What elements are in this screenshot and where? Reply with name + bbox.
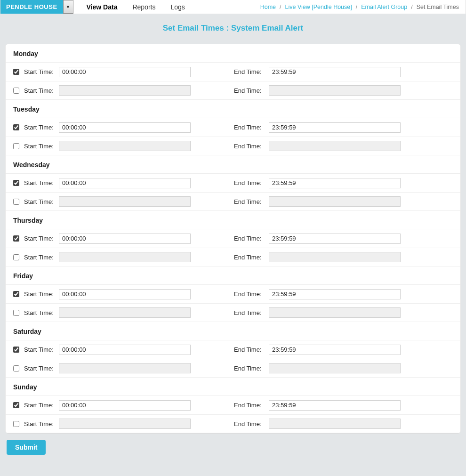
breadcrumb-sep: / — [411, 4, 412, 10]
end-time-input[interactable] — [269, 289, 401, 299]
site-dropdown-button[interactable]: ▼ — [63, 0, 73, 14]
day-header: Saturday — [6, 322, 460, 340]
time-slot-row: Start Time:End Time: — [6, 395, 460, 414]
start-time-label: Start Time: — [24, 309, 59, 316]
end-time-label: End Time: — [234, 254, 269, 261]
end-time-input[interactable] — [269, 307, 401, 318]
end-time-input[interactable] — [269, 345, 401, 355]
time-slot-row: Start Time:End Time: — [6, 118, 460, 137]
start-time-label: Start Time: — [24, 179, 59, 186]
nav-view-data[interactable]: View Data — [87, 3, 118, 11]
start-time-label: Start Time: — [24, 420, 59, 428]
slot-enable-checkbox[interactable] — [13, 124, 19, 130]
start-time-label: Start Time: — [24, 235, 59, 242]
end-time-label: End Time: — [234, 235, 269, 242]
slot-enable-checkbox[interactable] — [13, 88, 19, 94]
end-time-input[interactable] — [269, 196, 401, 207]
start-time-label: Start Time: — [24, 124, 59, 131]
day-header: Friday — [6, 266, 460, 284]
end-time-label: End Time: — [234, 346, 269, 353]
end-time-input[interactable] — [269, 252, 401, 262]
end-time-input[interactable] — [269, 122, 401, 133]
breadcrumb-live-view[interactable]: Live View [Pendle House] — [285, 4, 352, 10]
slot-enable-checkbox[interactable] — [13, 180, 19, 186]
end-time-input[interactable] — [269, 178, 401, 188]
start-time-input[interactable] — [59, 178, 191, 188]
slot-enable-checkbox[interactable] — [13, 347, 19, 353]
start-time-label: Start Time: — [24, 68, 59, 75]
start-time-input[interactable] — [59, 400, 191, 411]
breadcrumb-home[interactable]: Home — [260, 4, 276, 10]
time-slot-row: Start Time:End Time: — [6, 359, 460, 378]
end-time-label: End Time: — [234, 87, 269, 94]
slot-enable-checkbox[interactable] — [13, 402, 19, 408]
time-slot-row: Start Time:End Time: — [6, 303, 460, 322]
time-slot-row: Start Time:End Time: — [6, 340, 460, 359]
end-time-label: End Time: — [234, 68, 269, 75]
end-time-label: End Time: — [234, 365, 269, 372]
start-time-input[interactable] — [59, 234, 191, 244]
end-time-input[interactable] — [269, 67, 401, 77]
end-time-input[interactable] — [269, 234, 401, 244]
start-time-input[interactable] — [59, 363, 191, 373]
start-time-label: Start Time: — [24, 254, 59, 261]
end-time-input[interactable] — [269, 363, 401, 373]
nav-logs[interactable]: Logs — [171, 3, 185, 11]
start-time-input[interactable] — [59, 419, 191, 429]
start-time-input[interactable] — [59, 252, 191, 262]
end-time-label: End Time: — [234, 420, 269, 428]
time-slot-row: Start Time:End Time: — [6, 414, 460, 433]
start-time-input[interactable] — [59, 85, 191, 96]
slot-enable-checkbox[interactable] — [13, 421, 19, 427]
time-slot-row: Start Time:End Time: — [6, 229, 460, 248]
page-title: Set Email Times : System Email Alert — [0, 14, 466, 44]
end-time-input[interactable] — [269, 400, 401, 411]
submit-button[interactable]: Submit — [7, 440, 46, 455]
time-slot-row: Start Time:End Time: — [6, 173, 460, 192]
slot-enable-checkbox[interactable] — [13, 365, 19, 371]
slot-enable-checkbox[interactable] — [13, 291, 19, 297]
main-nav: View Data Reports Logs — [73, 0, 185, 14]
day-header: Tuesday — [6, 100, 460, 118]
start-time-label: Start Time: — [24, 143, 59, 150]
topbar: PENDLE HOUSE ▼ View Data Reports Logs Ho… — [0, 0, 466, 14]
start-time-input[interactable] — [59, 307, 191, 318]
time-slot-row: Start Time:End Time: — [6, 192, 460, 211]
time-slot-row: Start Time:End Time: — [6, 81, 460, 100]
start-time-input[interactable] — [59, 289, 191, 299]
schedule-card: MondayStart Time:End Time:Start Time:End… — [6, 44, 460, 433]
end-time-input[interactable] — [269, 419, 401, 429]
breadcrumb-sep: / — [356, 4, 357, 10]
end-time-input[interactable] — [269, 141, 401, 151]
nav-reports[interactable]: Reports — [132, 3, 155, 11]
start-time-label: Start Time: — [24, 402, 59, 409]
start-time-input[interactable] — [59, 345, 191, 355]
start-time-input[interactable] — [59, 67, 191, 77]
start-time-input[interactable] — [59, 141, 191, 151]
slot-enable-checkbox[interactable] — [13, 254, 19, 260]
start-time-label: Start Time: — [24, 365, 59, 372]
slot-enable-checkbox[interactable] — [13, 199, 19, 205]
slot-enable-checkbox[interactable] — [13, 310, 19, 316]
end-time-input[interactable] — [269, 85, 401, 96]
start-time-label: Start Time: — [24, 198, 59, 205]
start-time-label: Start Time: — [24, 87, 59, 94]
time-slot-row: Start Time:End Time: — [6, 248, 460, 266]
end-time-label: End Time: — [234, 198, 269, 205]
breadcrumb-current: Set Email Times — [417, 4, 459, 10]
day-header: Sunday — [6, 378, 460, 395]
slot-enable-checkbox[interactable] — [13, 143, 19, 149]
breadcrumb-email-group[interactable]: Email Alert Group — [361, 4, 407, 10]
end-time-label: End Time: — [234, 290, 269, 298]
day-header: Wednesday — [6, 155, 460, 173]
end-time-label: End Time: — [234, 179, 269, 186]
time-slot-row: Start Time:End Time: — [6, 284, 460, 303]
slot-enable-checkbox[interactable] — [13, 235, 19, 242]
start-time-input[interactable] — [59, 196, 191, 207]
site-name-label: PENDLE HOUSE — [0, 0, 63, 14]
slot-enable-checkbox[interactable] — [13, 69, 19, 75]
start-time-input[interactable] — [59, 122, 191, 133]
start-time-label: Start Time: — [24, 290, 59, 298]
time-slot-row: Start Time:End Time: — [6, 62, 460, 81]
end-time-label: End Time: — [234, 143, 269, 150]
